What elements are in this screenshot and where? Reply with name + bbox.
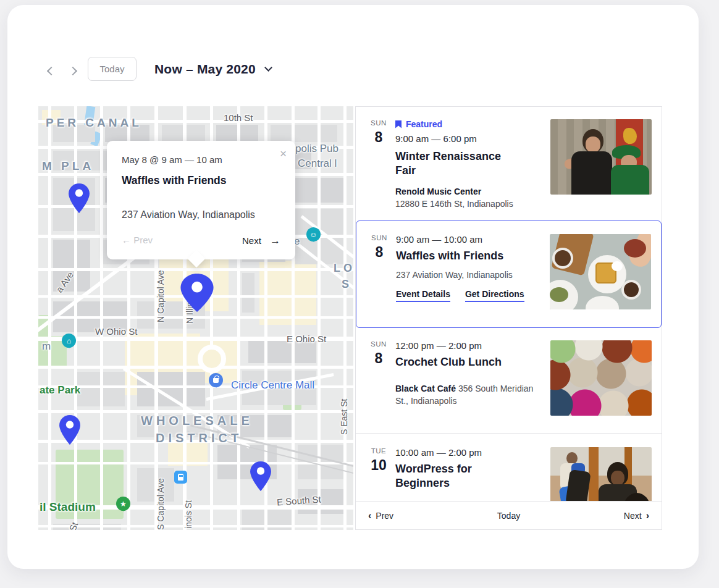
popup-address: 237 Aviation Way, Indianapolis <box>122 209 280 220</box>
map-label-w-ohio-st: W Ohio St <box>95 326 137 337</box>
event-row-winter-renaissance-fair[interactable]: SUN 8 Featured 9:00 am — 6:00 pm Winter … <box>356 107 662 220</box>
event-address: 237 Aviation Way, Indianapolis <box>396 270 513 280</box>
event-day-number: 10 <box>364 457 393 474</box>
list-footer: ‹ Prev Today Next › <box>356 501 662 529</box>
event-row-wordpress-for-beginners[interactable]: TUE 10 10:00 am — 2:00 pm WordPress for … <box>356 434 662 502</box>
event-time: 12:00 pm — 2:00 pm <box>395 340 545 351</box>
map-label-place-district: M PLA <box>42 159 94 173</box>
popup-next-button[interactable]: Next → <box>242 235 280 247</box>
map-event-popup: × May 8 @ 9 am — 10 am Waffles with Frie… <box>107 141 295 259</box>
theatre-poi-icon[interactable]: ☺ <box>306 227 321 242</box>
chevron-left-icon <box>47 67 56 75</box>
get-directions-link[interactable]: Get Directions <box>465 289 524 302</box>
map-label-library-line2: Central l <box>298 157 337 171</box>
list-today-button[interactable]: Today <box>497 511 520 521</box>
map-label-circle-centre-mall: Circle Centre Mall <box>231 379 314 392</box>
event-pin-active[interactable] <box>180 274 214 314</box>
event-venue: Black Cat Café <box>395 384 456 393</box>
event-day-number: 8 <box>364 350 393 367</box>
featured-badge: Featured <box>395 119 545 129</box>
event-day-name: TUE <box>364 447 393 455</box>
arrow-left-icon: ← <box>122 235 131 245</box>
map-label-s-capitol-ave: S Capitol Ave <box>156 478 166 530</box>
event-title[interactable]: Waffles with Friends <box>396 249 523 263</box>
events-map[interactable]: PER CANAL M PLA 10th St polis Pub Centra… <box>38 106 353 530</box>
today-button[interactable]: Today <box>88 57 137 81</box>
map-label-s-illinois-st: inois St <box>183 500 193 529</box>
date-range-dropdown[interactable]: Now – May 2020 <box>154 62 271 77</box>
event-venue: Renold Music Center <box>395 186 534 198</box>
date-range-label: Now – May 2020 <box>154 62 256 77</box>
chevron-left-icon: ‹ <box>368 510 371 521</box>
event-day-number: 8 <box>364 129 393 146</box>
map-label-district: DISTRICT <box>156 431 242 445</box>
next-period-button[interactable] <box>63 62 82 81</box>
stadium-poi-icon[interactable]: ★ <box>116 497 130 511</box>
map-label-stadium: il Stadium <box>40 500 96 514</box>
map-label-library-line1: polis Pub <box>295 142 338 156</box>
event-image-yarn[interactable] <box>550 340 652 416</box>
event-row-waffles-with-friends-selected[interactable]: SUN 8 9:00 am — 10:00 am Waffles with Fr… <box>356 220 662 328</box>
map-label-e-ohio-st: E Ohio St <box>287 334 326 344</box>
map-label-st-cut: St <box>67 521 80 530</box>
arrow-right-icon: → <box>270 235 280 246</box>
museum-poi-icon[interactable]: ⌂ <box>62 334 76 348</box>
list-next-button[interactable]: Next › <box>624 510 649 521</box>
popup-close-icon[interactable]: × <box>280 147 287 161</box>
map-label-10th-st: 10th St <box>224 112 253 123</box>
popup-event-title: Waffles with Friends <box>122 174 280 187</box>
train-station-icon[interactable] <box>174 471 187 484</box>
event-row-crochet-club-lunch[interactable]: SUN 8 12:00 pm — 2:00 pm Crochet Club Lu… <box>356 328 662 434</box>
prev-period-button[interactable] <box>41 62 60 81</box>
shopping-mall-poi-icon[interactable] <box>209 373 223 387</box>
popup-prev-button[interactable]: ← Prev <box>122 235 153 247</box>
event-time: 10:00 am — 2:00 pm <box>395 447 545 458</box>
event-title[interactable]: Crochet Club Lunch <box>395 355 522 369</box>
map-label-lo-cut: LO <box>334 262 353 275</box>
event-time: 9:00 am — 10:00 am <box>396 234 545 245</box>
event-day-name: SUN <box>365 234 393 242</box>
list-prev-button[interactable]: ‹ Prev <box>368 510 393 521</box>
event-time: 9:00 am — 6:00 pm <box>395 133 545 144</box>
map-label-n-capitol-ave: N Capitol Ave <box>156 270 166 322</box>
chevron-down-icon <box>264 64 272 72</box>
event-address: 12880 E 146th St, Indianapolis <box>395 199 513 209</box>
map-label-state-park: ate Park <box>40 384 80 397</box>
map-label-canal-district: PER CANAL <box>46 116 142 130</box>
event-list: SUN 8 Featured 9:00 am — 6:00 pm Winter … <box>355 106 662 530</box>
map-label-s-east-st: S East St <box>339 399 349 435</box>
map-label-s-cut: S <box>342 278 352 291</box>
chevron-right-icon <box>69 67 77 75</box>
train-icon <box>178 474 183 481</box>
map-label-wholesale: WHOLESALE <box>141 414 253 428</box>
chevron-right-icon: › <box>646 510 649 521</box>
event-title[interactable]: WordPress for Beginners <box>395 462 522 490</box>
shopping-bag-icon <box>213 378 219 383</box>
calendar-card: Today Now – May 2020 <box>7 5 699 569</box>
event-day-name: SUN <box>364 119 393 127</box>
bookmark-icon <box>395 120 402 128</box>
map-label-museum-cut: m <box>42 340 51 354</box>
event-pin-1[interactable] <box>69 183 90 216</box>
event-day-name: SUN <box>364 340 393 348</box>
event-pin-4[interactable] <box>250 461 271 494</box>
event-image-renaissance-fair[interactable] <box>550 119 652 195</box>
event-image-waffles[interactable] <box>550 234 651 309</box>
event-title[interactable]: Winter Renaissance Fair <box>395 149 522 178</box>
event-image-wordpress-class[interactable] <box>550 447 652 502</box>
event-pin-3[interactable] <box>59 415 80 447</box>
event-details-link[interactable]: Event Details <box>396 289 450 302</box>
event-day-number: 8 <box>365 244 393 261</box>
popup-datetime: May 8 @ 9 am — 10 am <box>122 154 280 165</box>
